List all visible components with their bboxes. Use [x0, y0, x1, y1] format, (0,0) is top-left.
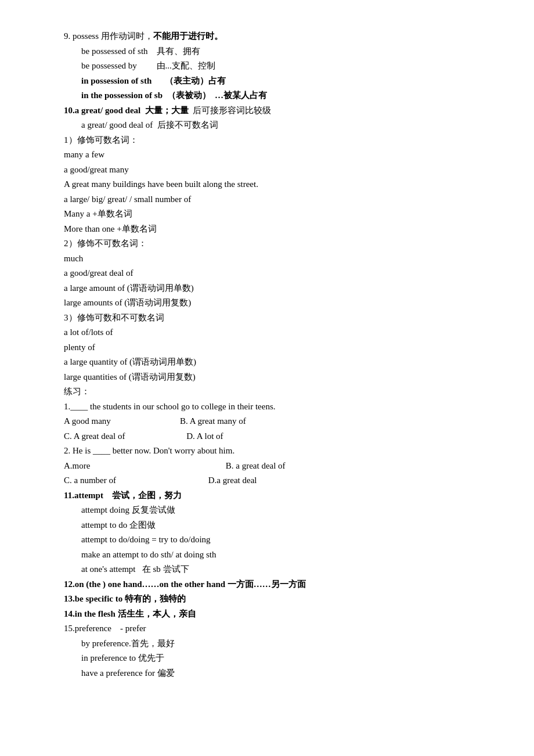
line-7: a great/ good deal of 后接不可数名词: [64, 118, 476, 133]
line-4: in possession of sth （表主动）占有: [64, 74, 476, 89]
line-43: in preference to 优先于: [64, 651, 476, 666]
bold-text-2: 10.a great/ good deal: [64, 106, 140, 115]
line-3: be possessed by 由...支配、控制: [64, 59, 476, 74]
answer-row-3: A.more B. a great deal of: [64, 459, 476, 474]
line-42: by preference.首先，最好: [64, 636, 476, 651]
line-18: a large amount of (谓语动词用单数): [64, 281, 476, 296]
line-6: 10.a great/ good deal 大量；大量 后可接形容词比较级: [64, 103, 476, 118]
answer-1b: B. A great many of: [180, 414, 246, 429]
line-24: large quantities of (谓语动词用复数): [64, 370, 476, 385]
line-5: in the possession of sb （表被动） …被某人占有: [64, 88, 476, 103]
line-8: 1）修饰可数名词：: [64, 133, 476, 148]
line-13: Many a +单数名词: [64, 207, 476, 222]
line-36: make an attempt to do sth/ at doing sth: [64, 548, 476, 563]
line-10: a good/great many: [64, 163, 476, 178]
answer-row-2: C. A great deal of D. A lot of: [64, 429, 476, 444]
line-40: 14.in the flesh 活生生，本人，亲自: [64, 607, 476, 622]
line-12: a large/ big/ great/ / small number of: [64, 192, 476, 207]
line-25: 练习：: [64, 384, 476, 399]
answer-2a: C. A great deal of: [64, 429, 180, 444]
attempt-meaning: 尝试，企图，努力: [112, 491, 182, 500]
line-22: plenty of: [64, 340, 476, 355]
line-35: attempt to do/doing = try to do/doing: [64, 532, 476, 548]
line-9: many a few: [64, 147, 476, 163]
line-2: be possessed of sth 具有、拥有: [64, 44, 476, 59]
line-14: More than one +单数名词: [64, 222, 476, 237]
answer-4a: C. a number of: [64, 473, 180, 488]
line-21: a lot of/lots of: [64, 325, 476, 340]
line-37: at one's attempt 在 sb 尝试下: [64, 562, 476, 577]
line-20: 3）修饰可数和不可数名词: [64, 311, 476, 326]
line-16: much: [64, 251, 476, 267]
line-26: 1.____ the students in our school go to …: [64, 399, 476, 415]
answer-row-1: A good many B. A great many of: [64, 414, 476, 429]
answer-1a: A good many: [64, 414, 180, 429]
line-44: have a preference for 偏爱: [64, 666, 476, 681]
bold-text-1: 不能用于进行时。: [153, 31, 223, 41]
answer-3a: A.more: [64, 459, 180, 474]
line-41: 15.preference - prefer: [64, 621, 476, 636]
line-17: a good/great deal of: [64, 266, 476, 281]
answer-3b: B. a great deal of: [180, 459, 286, 474]
line-11: A great many buildings have been built a…: [64, 177, 476, 192]
line-33: attempt doing 反复尝试做: [64, 503, 476, 518]
main-content: 9. possess 用作动词时，不能用于进行时。 be possessed o…: [64, 29, 476, 681]
bold-text-2b: 大量；大量: [145, 106, 189, 115]
line-32: 11.attempt 尝试，企图，努力: [64, 488, 476, 503]
line-38: 12.on (the ) one hand……on the other hand…: [64, 577, 476, 592]
line-19: large amounts of (谓语动词用复数): [64, 296, 476, 311]
line-1: 9. possess 用作动词时，不能用于进行时。: [64, 29, 476, 44]
line-23: a large quantity of (谓语动词用单数): [64, 355, 476, 370]
line-39: 13.be specific to 特有的，独特的: [64, 592, 476, 607]
answer-row-4: C. a number of D.a great deal: [64, 473, 476, 488]
line-34: attempt to do 企图做: [64, 518, 476, 533]
answer-4b: D.a great deal: [180, 473, 257, 488]
line-15: 2）修饰不可数名词：: [64, 236, 476, 251]
attempt-title: 11.attempt: [64, 491, 103, 500]
answer-2b: D. A lot of: [180, 429, 223, 444]
line-29: 2. He is ____ better now. Don't worry ab…: [64, 444, 476, 459]
